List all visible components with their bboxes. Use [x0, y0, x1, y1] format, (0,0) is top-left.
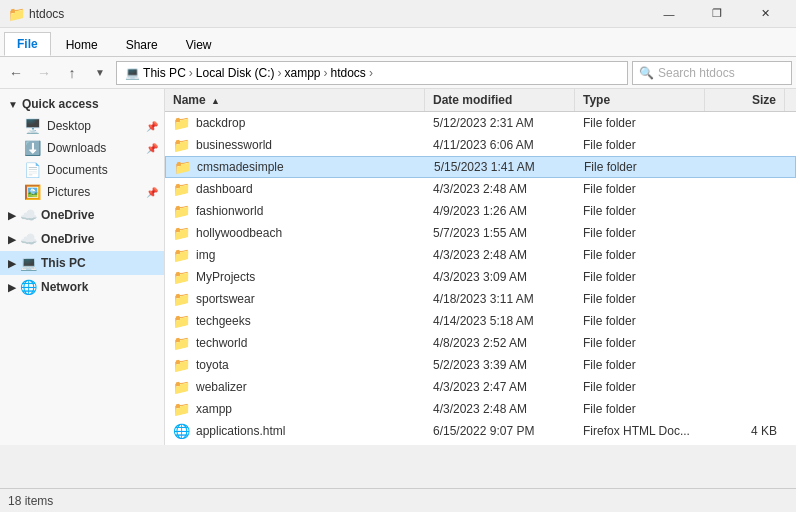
table-row[interactable]: 📁 img 4/3/2023 2:48 AM File folder [165, 244, 796, 266]
file-size [705, 209, 785, 213]
desktop-pin: 📌 [146, 121, 158, 132]
close-button[interactable]: ✕ [742, 0, 788, 28]
file-name: 📁 sportswear [165, 289, 425, 309]
quick-access-label: Quick access [22, 97, 99, 111]
path-separator-3: › [323, 66, 329, 80]
folder-icon: 📁 [173, 313, 190, 329]
minimize-button[interactable]: — [646, 0, 692, 28]
file-size [706, 165, 786, 169]
file-list-header: Name ▲ Date modified Type Size [165, 89, 796, 112]
file-date: 4/3/2023 2:48 AM [425, 180, 575, 198]
folder-icon: 📁 [173, 291, 190, 307]
col-header-name[interactable]: Name ▲ [165, 89, 425, 111]
file-name: 📁 MyProjects [165, 267, 425, 287]
table-row[interactable]: 🌐 applications.html 6/15/2022 9:07 PM Fi… [165, 420, 796, 442]
table-row[interactable]: 📁 MyProjects 4/3/2023 3:09 AM File folde… [165, 266, 796, 288]
file-date: 6/15/2022 9:07 PM [425, 444, 575, 445]
col-header-type[interactable]: Type [575, 89, 705, 111]
downloads-pin: 📌 [146, 143, 158, 154]
table-row[interactable]: 📁 webalizer 4/3/2023 2:47 AM File folder [165, 376, 796, 398]
file-type: File folder [575, 400, 705, 418]
sidebar-section-thispc[interactable]: ▶ 💻 This PC [0, 251, 164, 275]
forward-button[interactable]: → [32, 61, 56, 85]
item-count: 18 items [8, 494, 53, 508]
file-type: File folder [575, 224, 705, 242]
title-bar: 📁 htdocs — ❐ ✕ [0, 0, 796, 28]
onedrive1-arrow: ▶ [8, 210, 16, 221]
file-rows-container: 📁 backdrop 5/12/2023 2:31 AM File folder… [165, 112, 796, 445]
tab-home[interactable]: Home [53, 33, 111, 56]
file-name-text: sportswear [196, 292, 255, 306]
file-size [705, 319, 785, 323]
file-name-text: cmsmadesimple [197, 160, 284, 174]
tab-view[interactable]: View [173, 33, 225, 56]
table-row[interactable]: 📁 dashboard 4/3/2023 2:48 AM File folder [165, 178, 796, 200]
onedrive2-label: OneDrive [41, 232, 94, 246]
breadcrumb-xampp[interactable]: xampp [282, 65, 322, 81]
downloads-label: Downloads [47, 141, 106, 155]
documents-label: Documents [47, 163, 108, 177]
file-type: File folder [575, 334, 705, 352]
path-separator-4: › [368, 66, 374, 80]
thispc-arrow: ▶ [8, 258, 16, 269]
table-row[interactable]: 📁 cmsmadesimple 5/15/2023 1:41 AM File f… [165, 156, 796, 178]
tab-share[interactable]: Share [113, 33, 171, 56]
back-button[interactable]: ← [4, 61, 28, 85]
file-type: File folder [575, 114, 705, 132]
address-path[interactable]: 💻 This PC › Local Disk (C:) › xampp › ht… [116, 61, 628, 85]
file-name-text: fashionworld [196, 204, 263, 218]
col-header-date[interactable]: Date modified [425, 89, 575, 111]
breadcrumb-htdocs[interactable]: htdocs [329, 65, 368, 81]
file-date: 4/9/2023 1:26 AM [425, 202, 575, 220]
recent-button[interactable]: ▼ [88, 61, 112, 85]
maximize-button[interactable]: ❐ [694, 0, 740, 28]
file-type: File folder [575, 312, 705, 330]
html-icon: 🌐 [173, 423, 190, 439]
table-row[interactable]: 📁 techgeeks 4/14/2023 5:18 AM File folde… [165, 310, 796, 332]
search-box[interactable]: 🔍 Search htdocs [632, 61, 792, 85]
tab-file[interactable]: File [4, 32, 51, 56]
sidebar-item-documents[interactable]: 📄 Documents [0, 159, 164, 181]
table-row[interactable]: 📁 sportswear 4/18/2023 3:11 AM File fold… [165, 288, 796, 310]
table-row[interactable]: 📁 toyota 5/2/2023 3:39 AM File folder [165, 354, 796, 376]
file-type: File folder [575, 356, 705, 374]
file-date: 4/14/2023 5:18 AM [425, 312, 575, 330]
table-row[interactable]: 📋 bitnami.css 6/15/2022 9:07 PM Cascadin… [165, 442, 796, 445]
folder-icon: 📁 [173, 335, 190, 351]
onedrive1-label: OneDrive [41, 208, 94, 222]
sidebar-item-pictures[interactable]: 🖼️ Pictures 📌 [0, 181, 164, 203]
main-layout: ▼ Quick access 🖥️ Desktop 📌 ⬇️ Downloads… [0, 89, 796, 445]
file-date: 4/3/2023 2:47 AM [425, 378, 575, 396]
table-row[interactable]: 📁 techworld 4/8/2023 2:52 AM File folder [165, 332, 796, 354]
file-name: 📁 toyota [165, 355, 425, 375]
file-size [705, 297, 785, 301]
sidebar-item-downloads[interactable]: ⬇️ Downloads 📌 [0, 137, 164, 159]
file-list-area[interactable]: Name ▲ Date modified Type Size 📁 backdro… [165, 89, 796, 445]
file-name: 📁 webalizer [165, 377, 425, 397]
ribbon-tabs: File Home Share View [0, 28, 796, 56]
col-header-size[interactable]: Size [705, 89, 785, 111]
sidebar-section-network[interactable]: ▶ 🌐 Network [0, 275, 164, 299]
table-row[interactable]: 📁 fashionworld 4/9/2023 1:26 AM File fol… [165, 200, 796, 222]
breadcrumb-computer[interactable]: 💻 This PC [123, 65, 188, 81]
table-row[interactable]: 📁 hollywoodbeach 5/7/2023 1:55 AM File f… [165, 222, 796, 244]
file-type: File folder [575, 136, 705, 154]
up-button[interactable]: ↑ [60, 61, 84, 85]
table-row[interactable]: 📁 backdrop 5/12/2023 2:31 AM File folder [165, 112, 796, 134]
file-name: 📁 dashboard [165, 179, 425, 199]
table-row[interactable]: 📁 businessworld 4/11/2023 6:06 AM File f… [165, 134, 796, 156]
file-type: File folder [575, 290, 705, 308]
sidebar-section-quick-access[interactable]: ▼ Quick access [0, 93, 164, 115]
folder-icon: 📁 [173, 357, 190, 373]
file-size [705, 143, 785, 147]
sidebar-item-desktop[interactable]: 🖥️ Desktop 📌 [0, 115, 164, 137]
sidebar-section-onedrive1[interactable]: ▶ ☁️ OneDrive [0, 203, 164, 227]
file-size [705, 407, 785, 411]
file-name-text: img [196, 248, 215, 262]
file-name-text: applications.html [196, 424, 285, 438]
onedrive1-icon: ☁️ [20, 207, 37, 223]
file-type: File folder [575, 180, 705, 198]
sidebar-section-onedrive2[interactable]: ▶ ☁️ OneDrive [0, 227, 164, 251]
table-row[interactable]: 📁 xampp 4/3/2023 2:48 AM File folder [165, 398, 796, 420]
breadcrumb-localdisk[interactable]: Local Disk (C:) [194, 65, 277, 81]
